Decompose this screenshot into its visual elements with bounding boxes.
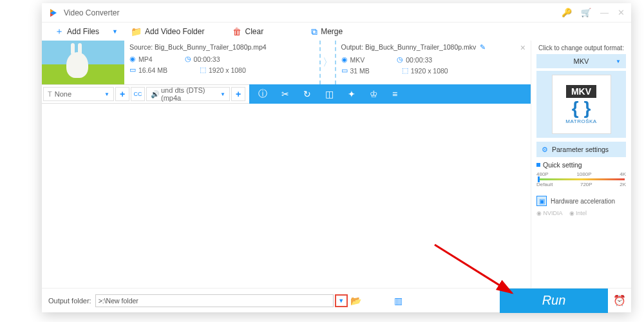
source-format: MP4 — [138, 55, 153, 63]
crop-tool-icon[interactable]: ◫ — [325, 89, 334, 99]
close-button[interactable]: ✕ — [618, 8, 625, 17]
format-logo-text: MKV — [566, 85, 596, 98]
titlebar: Video Converter 🔑 🛒 — ✕ — [42, 3, 631, 23]
content: Source: Big_Buck_Bunny_Trailer_1080p.mp4… — [42, 41, 631, 288]
add-files-label: Add Files — [67, 27, 99, 36]
matroska-icon: { } — [572, 99, 591, 117]
cc-button[interactable]: CC — [131, 87, 145, 101]
subtitle-value: None — [55, 90, 71, 98]
size-icon: ▭ — [341, 66, 348, 75]
format-select[interactable]: MKV▼ — [536, 54, 626, 68]
chevron-down-icon: ▼ — [104, 91, 109, 97]
folder-icon: 📁 — [131, 26, 142, 37]
chevron-down-icon: ▼ — [220, 91, 225, 97]
output-size: 31 MB — [350, 67, 370, 75]
sliders-icon: ⚙ — [542, 146, 548, 154]
video-thumbnail[interactable] — [42, 41, 124, 84]
rotate-tool-icon[interactable]: ↻ — [303, 89, 311, 99]
app-title: Video Converter — [64, 8, 562, 17]
output-filename: Big_Buck_Bunny_Trailer_1080p.mkv — [365, 43, 476, 51]
gpu-row: ◉ NVIDIA ◉ Intel — [536, 210, 626, 216]
arrow-separator: 〉 — [321, 41, 336, 84]
format-icon: ◉ — [341, 55, 348, 64]
output-resolution: 1920 x 1080 — [411, 67, 448, 75]
hw-accel-row: ▣ Hardware acceleration — [536, 196, 626, 206]
param-label: Parameter settings — [552, 146, 609, 153]
effects-tool-icon[interactable]: ✦ — [348, 89, 355, 99]
merge-icon: ⧉ — [311, 26, 317, 37]
add-folder-button[interactable]: 📁Add Video Folder — [124, 24, 211, 39]
add-files-dropdown[interactable]: ▼ — [112, 28, 118, 35]
subtitle-select[interactable]: TNone▼ — [43, 87, 114, 101]
parameter-settings-button[interactable]: ⚙Parameter settings — [536, 142, 626, 157]
clear-label: Clear — [245, 27, 263, 36]
format-logo-sub: MATROŠKA — [565, 118, 596, 124]
edit-bar: TNone▼ + CC 🔊und dts (DTS) (mp4a▼ + ⓘ ✂ … — [42, 84, 531, 104]
app-logo-icon — [48, 8, 59, 18]
minimize-button[interactable]: — — [600, 8, 609, 17]
clear-button[interactable]: 🗑Clear — [226, 24, 270, 39]
footer: Output folder: ▼ 📂 ▥ Run ⏰ — [42, 288, 631, 312]
edit-tools: ⓘ ✂ ↻ ◫ ✦ ♔ ≡ — [249, 84, 531, 104]
slider-thumb[interactable] — [538, 176, 540, 182]
source-size: 16.64 MB — [138, 66, 167, 74]
source-duration: 00:00:33 — [194, 55, 220, 63]
output-folder-label: Output folder: — [48, 297, 91, 305]
merge-button[interactable]: ⧉Merge — [305, 24, 349, 39]
add-folder-label: Add Video Folder — [145, 27, 205, 36]
run-button[interactable]: Run — [500, 289, 608, 313]
quality-slider[interactable]: 480P1080P4K Default720P2K — [536, 171, 626, 191]
source-filename: Big_Buck_Bunny_Trailer_1080p.mp4 — [155, 43, 267, 51]
side-panel: Click to change output format: MKV▼ MKV … — [531, 41, 631, 288]
key-icon[interactable]: 🔑 — [562, 8, 572, 17]
resolution-icon: ⬚ — [200, 66, 206, 74]
format-icon: ◉ — [129, 55, 136, 63]
source-label: Source: — [129, 43, 153, 51]
format-hint: Click to change output format: — [536, 44, 626, 52]
dot-icon — [536, 163, 540, 167]
output-folder-dropdown[interactable]: ▼ — [335, 294, 348, 307]
schedule-button[interactable]: ⏰ — [608, 294, 631, 307]
clock-icon: ◷ — [397, 55, 403, 64]
app-window: Video Converter 🔑 🛒 — ✕ ＋Add Files ▼ 📁Ad… — [42, 3, 631, 312]
file-row[interactable]: Source: Big_Buck_Bunny_Trailer_1080p.mp4… — [42, 41, 531, 84]
edit-icon[interactable]: ✎ — [480, 43, 486, 51]
subtitle-tool-icon[interactable]: ≡ — [392, 89, 397, 99]
nvidia-badge: ◉ NVIDIA — [536, 210, 563, 216]
chevron-down-icon: ▼ — [616, 59, 621, 64]
audio-value: und dts (DTS) (mp4a — [161, 86, 220, 102]
output-format: MKV — [350, 56, 365, 64]
merge-label: Merge — [321, 27, 343, 36]
cart-icon[interactable]: 🛒 — [581, 8, 591, 17]
add-audio-button[interactable]: + — [231, 87, 245, 101]
hw-accel-checkbox[interactable]: ▣ — [536, 196, 547, 206]
quick-setting-label: Quick setting — [536, 161, 626, 169]
cut-tool-icon[interactable]: ✂ — [281, 89, 289, 99]
format-preview[interactable]: MKV { } MATROŠKA — [536, 71, 626, 138]
task-list-button[interactable]: ▥ — [390, 296, 407, 306]
clock-icon: ◷ — [185, 55, 191, 63]
audio-select[interactable]: 🔊und dts (DTS) (mp4a▼ — [146, 87, 230, 101]
hw-accel-label: Hardware acceleration — [551, 198, 615, 205]
add-subtitle-button[interactable]: + — [115, 87, 129, 101]
output-block: Output: Big_Buck_Bunny_Trailer_1080p.mkv… — [336, 41, 531, 84]
size-icon: ▭ — [129, 66, 136, 74]
output-duration: 00:00:33 — [406, 56, 432, 64]
main-panel: Source: Big_Buck_Bunny_Trailer_1080p.mp4… — [42, 41, 531, 288]
source-resolution: 1920 x 1080 — [209, 66, 246, 74]
trash-icon: 🗑 — [232, 26, 242, 37]
add-files-button[interactable]: ＋Add Files — [48, 24, 106, 39]
remove-file-button[interactable]: × — [520, 43, 526, 53]
intel-badge: ◉ Intel — [569, 210, 587, 216]
text-icon: T — [48, 90, 52, 98]
output-folder-input[interactable] — [95, 294, 334, 307]
plus-icon: ＋ — [55, 26, 64, 37]
chevron-right-icon: 〉 — [323, 56, 333, 70]
watermark-tool-icon[interactable]: ♔ — [370, 89, 378, 99]
titlebar-buttons: 🔑 🛒 — ✕ — [562, 8, 625, 17]
resolution-icon: ⬚ — [402, 66, 408, 75]
open-folder-button[interactable]: 📂 — [348, 296, 365, 306]
toolbar: ＋Add Files ▼ 📁Add Video Folder 🗑Clear ⧉M… — [42, 23, 631, 41]
info-tool-icon[interactable]: ⓘ — [258, 88, 267, 100]
run-label: Run — [542, 293, 566, 308]
